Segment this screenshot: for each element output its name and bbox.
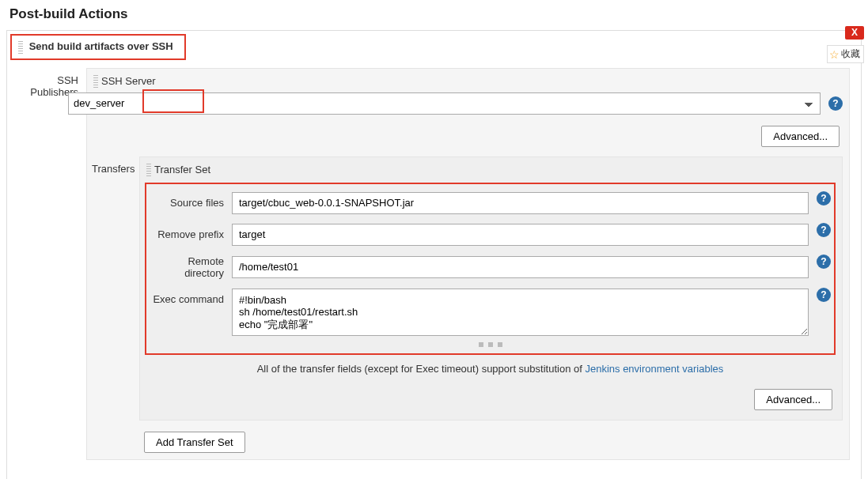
transfers-label: Transfers — [92, 157, 139, 175]
page-title: Post-build Actions — [0, 0, 868, 30]
favorite-button[interactable]: ☆ 收藏 — [827, 45, 864, 63]
ssh-server-name-select[interactable]: dev_server — [68, 92, 821, 115]
ssh-server-header: SSH Server — [92, 74, 843, 92]
help-icon[interactable]: ? — [817, 255, 831, 269]
star-icon: ☆ — [829, 48, 840, 61]
transfer-fields-highlight: Source files ? Remove prefix — [145, 183, 836, 355]
remote-directory-label: Remote directory — [150, 255, 232, 279]
remove-prefix-label: Remove prefix — [150, 228, 232, 240]
exec-command-textarea[interactable]: #!bin/bash sh /home/test01/restart.sh ec… — [232, 289, 809, 336]
drag-handle-icon[interactable] — [93, 75, 98, 88]
help-icon[interactable]: ? — [817, 288, 831, 302]
add-transfer-set-button[interactable]: Add Transfer Set — [144, 432, 245, 453]
help-icon[interactable]: ? — [817, 223, 831, 237]
remove-prefix-input[interactable] — [232, 224, 809, 246]
post-build-section: X ☆ 收藏 Send build artifacts over SSH SSH… — [6, 30, 862, 479]
substitution-note: All of the transfer fields (except for E… — [145, 360, 836, 383]
source-files-label: Source files — [150, 197, 232, 209]
env-variables-link[interactable]: Jenkins environment variables — [585, 363, 723, 375]
close-button[interactable]: X — [845, 26, 864, 40]
resize-grip-icon[interactable] — [479, 342, 502, 347]
ssh-server-advanced-button[interactable]: Advanced... — [761, 126, 840, 147]
transfer-set-header: Transfer Set — [145, 162, 836, 181]
help-icon[interactable]: ? — [817, 191, 831, 206]
help-icon[interactable]: ? — [828, 96, 843, 111]
ssh-server-block: SSH Server Name dev_server — [86, 68, 850, 460]
favorite-label: 收藏 — [841, 47, 860, 61]
transfer-set-advanced-button[interactable]: Advanced... — [754, 389, 832, 410]
remote-directory-input[interactable] — [232, 256, 809, 278]
drag-handle-icon[interactable] — [18, 41, 23, 54]
exec-command-label: Exec command — [150, 289, 232, 305]
source-files-input[interactable] — [232, 192, 809, 214]
transfer-set-block: Transfer Set Source files ? — [139, 157, 843, 421]
drag-handle-icon[interactable] — [146, 164, 151, 176]
section-title: Send build artifacts over SSH — [10, 34, 186, 60]
